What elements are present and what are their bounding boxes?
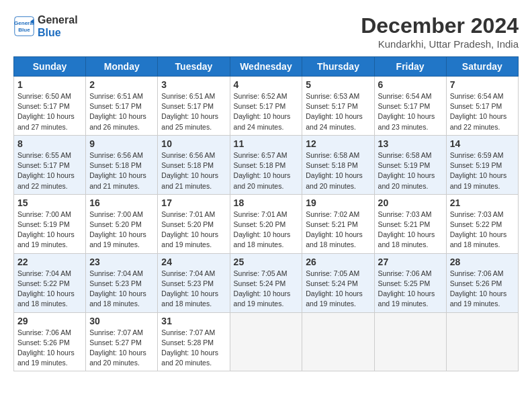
- day-number: 2: [89, 79, 154, 90]
- calendar-cell: 27Sunrise: 7:06 AMSunset: 5:25 PMDayligh…: [374, 253, 446, 312]
- calendar-cell: [374, 312, 446, 371]
- logo-line1: General: [38, 13, 78, 26]
- calendar-cell: 28Sunrise: 7:06 AMSunset: 5:26 PMDayligh…: [446, 253, 518, 312]
- day-number: 17: [161, 197, 226, 208]
- calendar-cell: 12Sunrise: 6:58 AMSunset: 5:18 PMDayligh…: [302, 135, 374, 194]
- calendar-cell: [446, 312, 518, 371]
- day-info: Sunrise: 6:56 AMSunset: 5:18 PMDaylight:…: [161, 150, 226, 191]
- calendar-cell: 4Sunrise: 6:52 AMSunset: 5:17 PMDaylight…: [230, 77, 302, 136]
- week-row-3: 15Sunrise: 7:00 AMSunset: 5:19 PMDayligh…: [14, 194, 519, 253]
- day-number: 16: [89, 197, 154, 208]
- day-info: Sunrise: 6:58 AMSunset: 5:19 PMDaylight:…: [378, 150, 443, 191]
- calendar-cell: 22Sunrise: 7:04 AMSunset: 5:22 PMDayligh…: [14, 253, 86, 312]
- day-info: Sunrise: 7:06 AMSunset: 5:26 PMDaylight:…: [17, 328, 82, 369]
- day-info: Sunrise: 6:54 AMSunset: 5:17 PMDaylight:…: [378, 91, 443, 132]
- day-info: Sunrise: 7:04 AMSunset: 5:22 PMDaylight:…: [17, 269, 82, 310]
- calendar-cell: 8Sunrise: 6:55 AMSunset: 5:17 PMDaylight…: [14, 135, 86, 194]
- day-number: 26: [306, 257, 370, 267]
- svg-text:Blue: Blue: [18, 27, 30, 33]
- day-info: Sunrise: 7:03 AMSunset: 5:22 PMDaylight:…: [450, 210, 515, 250]
- day-number: 10: [161, 138, 226, 149]
- weekday-header-saturday: Saturday: [446, 57, 518, 77]
- calendar-cell: 7Sunrise: 6:54 AMSunset: 5:17 PMDaylight…: [446, 77, 518, 136]
- calendar-cell: 16Sunrise: 7:00 AMSunset: 5:20 PMDayligh…: [86, 194, 158, 253]
- weekday-header-wednesday: Wednesday: [230, 57, 302, 77]
- calendar-cell: 1Sunrise: 6:50 AMSunset: 5:17 PMDaylight…: [14, 77, 86, 136]
- day-info: Sunrise: 7:00 AMSunset: 5:19 PMDaylight:…: [17, 210, 82, 250]
- day-info: Sunrise: 7:04 AMSunset: 5:23 PMDaylight:…: [161, 269, 226, 310]
- day-info: Sunrise: 7:05 AMSunset: 5:24 PMDaylight:…: [234, 269, 299, 310]
- calendar-cell: 15Sunrise: 7:00 AMSunset: 5:19 PMDayligh…: [14, 194, 86, 253]
- weekday-header-thursday: Thursday: [302, 57, 374, 77]
- calendar-cell: 6Sunrise: 6:54 AMSunset: 5:17 PMDaylight…: [374, 77, 446, 136]
- logo: General Blue General Blue: [13, 13, 78, 39]
- calendar-cell: 10Sunrise: 6:56 AMSunset: 5:18 PMDayligh…: [158, 135, 230, 194]
- day-info: Sunrise: 7:00 AMSunset: 5:20 PMDaylight:…: [89, 210, 154, 250]
- calendar-cell: 17Sunrise: 7:01 AMSunset: 5:20 PMDayligh…: [158, 194, 230, 253]
- day-number: 31: [161, 316, 226, 326]
- weekday-header-tuesday: Tuesday: [158, 57, 230, 77]
- day-info: Sunrise: 7:06 AMSunset: 5:26 PMDaylight:…: [450, 269, 515, 310]
- day-number: 30: [89, 316, 154, 326]
- day-info: Sunrise: 6:54 AMSunset: 5:17 PMDaylight:…: [450, 91, 515, 132]
- day-info: Sunrise: 6:59 AMSunset: 5:19 PMDaylight:…: [450, 150, 515, 191]
- calendar-cell: 18Sunrise: 7:01 AMSunset: 5:20 PMDayligh…: [230, 194, 302, 253]
- calendar: SundayMondayTuesdayWednesdayThursdayFrid…: [13, 56, 519, 371]
- weekday-header-sunday: Sunday: [14, 57, 86, 77]
- calendar-cell: 26Sunrise: 7:05 AMSunset: 5:24 PMDayligh…: [302, 253, 374, 312]
- day-info: Sunrise: 7:01 AMSunset: 5:20 PMDaylight:…: [161, 210, 226, 250]
- day-number: 19: [306, 197, 370, 208]
- calendar-cell: 29Sunrise: 7:06 AMSunset: 5:26 PMDayligh…: [14, 312, 86, 371]
- day-info: Sunrise: 6:55 AMSunset: 5:17 PMDaylight:…: [17, 150, 82, 191]
- day-info: Sunrise: 6:51 AMSunset: 5:17 PMDaylight:…: [161, 91, 226, 132]
- day-number: 18: [234, 197, 299, 208]
- day-number: 3: [161, 79, 226, 90]
- day-number: 22: [17, 257, 82, 267]
- calendar-cell: 9Sunrise: 6:56 AMSunset: 5:18 PMDaylight…: [86, 135, 158, 194]
- day-number: 29: [17, 316, 82, 326]
- calendar-cell: 20Sunrise: 7:03 AMSunset: 5:21 PMDayligh…: [374, 194, 446, 253]
- day-info: Sunrise: 7:07 AMSunset: 5:28 PMDaylight:…: [161, 328, 226, 369]
- day-info: Sunrise: 7:03 AMSunset: 5:21 PMDaylight:…: [378, 210, 443, 250]
- day-info: Sunrise: 6:53 AMSunset: 5:17 PMDaylight:…: [306, 91, 370, 132]
- logo-icon: General Blue: [13, 15, 35, 37]
- day-number: 27: [378, 257, 443, 267]
- calendar-cell: 25Sunrise: 7:05 AMSunset: 5:24 PMDayligh…: [230, 253, 302, 312]
- week-row-4: 22Sunrise: 7:04 AMSunset: 5:22 PMDayligh…: [14, 253, 519, 312]
- day-number: 1: [17, 79, 82, 90]
- day-info: Sunrise: 7:01 AMSunset: 5:20 PMDaylight:…: [234, 210, 299, 250]
- day-number: 14: [450, 138, 515, 149]
- day-number: 24: [161, 257, 226, 267]
- day-number: 13: [378, 138, 443, 149]
- day-number: 15: [17, 197, 82, 208]
- day-number: 7: [450, 79, 515, 90]
- day-info: Sunrise: 7:06 AMSunset: 5:25 PMDaylight:…: [378, 269, 443, 310]
- day-number: 12: [306, 138, 370, 149]
- day-info: Sunrise: 6:52 AMSunset: 5:17 PMDaylight:…: [234, 91, 299, 132]
- month-title: December 2024: [361, 13, 519, 38]
- calendar-cell: 21Sunrise: 7:03 AMSunset: 5:22 PMDayligh…: [446, 194, 518, 253]
- day-number: 21: [450, 197, 515, 208]
- calendar-cell: 31Sunrise: 7:07 AMSunset: 5:28 PMDayligh…: [158, 312, 230, 371]
- calendar-cell: [302, 312, 374, 371]
- calendar-cell: 24Sunrise: 7:04 AMSunset: 5:23 PMDayligh…: [158, 253, 230, 312]
- day-number: 11: [234, 138, 299, 149]
- calendar-cell: 13Sunrise: 6:58 AMSunset: 5:19 PMDayligh…: [374, 135, 446, 194]
- day-info: Sunrise: 6:57 AMSunset: 5:18 PMDaylight:…: [234, 150, 299, 191]
- day-number: 6: [378, 79, 443, 90]
- weekday-header-row: SundayMondayTuesdayWednesdayThursdayFrid…: [14, 57, 519, 77]
- day-number: 20: [378, 197, 443, 208]
- weekday-header-monday: Monday: [86, 57, 158, 77]
- day-number: 9: [89, 138, 154, 149]
- calendar-cell: 3Sunrise: 6:51 AMSunset: 5:17 PMDaylight…: [158, 77, 230, 136]
- day-number: 5: [306, 79, 370, 90]
- day-info: Sunrise: 6:51 AMSunset: 5:17 PMDaylight:…: [89, 91, 154, 132]
- week-row-5: 29Sunrise: 7:06 AMSunset: 5:26 PMDayligh…: [14, 312, 519, 371]
- location: Kundarkhi, Uttar Pradesh, India: [361, 38, 519, 50]
- day-number: 28: [450, 257, 515, 267]
- calendar-cell: 14Sunrise: 6:59 AMSunset: 5:19 PMDayligh…: [446, 135, 518, 194]
- day-info: Sunrise: 7:02 AMSunset: 5:21 PMDaylight:…: [306, 210, 370, 250]
- calendar-cell: 11Sunrise: 6:57 AMSunset: 5:18 PMDayligh…: [230, 135, 302, 194]
- calendar-cell: 23Sunrise: 7:04 AMSunset: 5:23 PMDayligh…: [86, 253, 158, 312]
- calendar-cell: 2Sunrise: 6:51 AMSunset: 5:17 PMDaylight…: [86, 77, 158, 136]
